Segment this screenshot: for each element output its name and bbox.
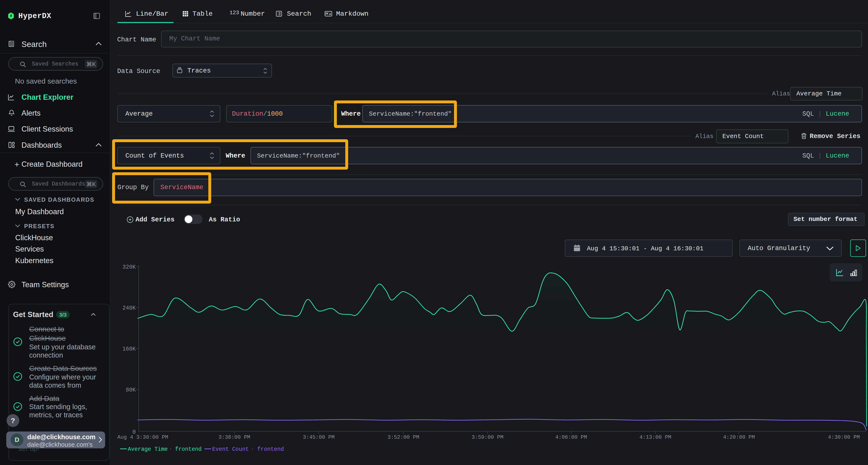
svg-text:4:30:00 PM: 4:30:00 PM <box>828 434 860 440</box>
svg-text:frontend: frontend <box>175 446 202 453</box>
svg-text:4:20:00 PM: 4:20:00 PM <box>723 434 755 440</box>
svg-text:·: · <box>169 446 172 453</box>
svg-text:3:52:00 PM: 3:52:00 PM <box>388 434 419 440</box>
svg-text:160K: 160K <box>123 346 136 352</box>
svg-text:4:06:00 PM: 4:06:00 PM <box>555 434 587 440</box>
svg-text:240K: 240K <box>123 305 136 311</box>
svg-text:Average Time: Average Time <box>128 446 168 453</box>
svg-text:·: · <box>251 446 254 453</box>
svg-text:3:45:00 PM: 3:45:00 PM <box>303 434 335 440</box>
svg-text:frontend: frontend <box>257 446 284 453</box>
svg-text:320K: 320K <box>123 264 136 270</box>
svg-text:80K: 80K <box>126 387 136 393</box>
svg-text:Aug 4 3:30:00 PM: Aug 4 3:30:00 PM <box>117 434 168 440</box>
svg-text:Event Count: Event Count <box>212 446 249 453</box>
svg-text:3:38:00 PM: 3:38:00 PM <box>218 434 250 440</box>
svg-text:3:59:00 PM: 3:59:00 PM <box>472 434 503 440</box>
svg-text:4:13:00 PM: 4:13:00 PM <box>640 434 671 440</box>
